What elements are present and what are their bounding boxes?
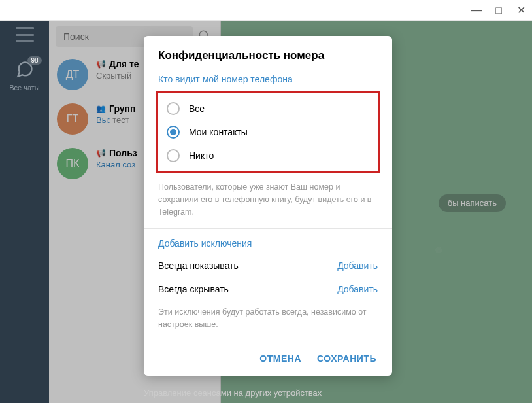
description-text: Эти исключения будут работать всегда, не… [158, 301, 378, 338]
dialog-title: Конфиденциальность номера [144, 49, 392, 74]
maximize-button[interactable]: □ [494, 6, 503, 15]
radio-option-everyone[interactable]: Все [158, 97, 378, 120]
radio-option-nobody[interactable]: Никто [158, 144, 378, 167]
exception-label: Всегда скрывать [158, 284, 229, 294]
add-link[interactable]: Добавить [337, 284, 378, 294]
close-window-button[interactable]: ✕ [516, 6, 525, 15]
all-chats-label: Все чаты [9, 84, 40, 92]
all-chats-tab[interactable]: 98 Все чаты [9, 60, 40, 92]
footer-text: Управление сеансами на других устройства… [144, 388, 322, 398]
radio-label: Никто [189, 150, 214, 161]
window-titlebar: — □ ✕ [0, 0, 532, 21]
description-text: Пользователи, которые уже знают Ваш номе… [144, 179, 392, 228]
highlighted-options: Все Мои контакты Никто [156, 91, 380, 173]
privacy-dialog: Конфиденциальность номера Кто видит мой … [144, 36, 392, 376]
cancel-button[interactable]: ОТМЕНА [259, 353, 301, 364]
unread-badge: 98 [27, 56, 41, 65]
radio-label: Все [189, 103, 205, 114]
radio-icon [167, 126, 180, 139]
radio-icon [167, 149, 180, 162]
exception-always-hide[interactable]: Всегда скрывать Добавить [158, 277, 378, 301]
radio-option-contacts[interactable]: Мои контакты [158, 120, 378, 144]
exception-always-show[interactable]: Всегда показывать Добавить [158, 254, 378, 277]
hamburger-menu-button[interactable] [16, 27, 34, 42]
left-sidebar: 98 Все чаты [0, 21, 49, 403]
radio-icon [167, 102, 180, 115]
radio-label: Мои контакты [189, 127, 248, 137]
section-label-who-sees: Кто видит мой номер телефона [144, 74, 392, 91]
save-button[interactable]: СОХРАНИТЬ [317, 353, 376, 364]
add-link[interactable]: Добавить [337, 260, 378, 271]
exception-label: Всегда показывать [158, 260, 239, 271]
minimize-button[interactable]: — [472, 6, 481, 15]
section-label-exceptions: Добавить исключения [158, 238, 378, 254]
